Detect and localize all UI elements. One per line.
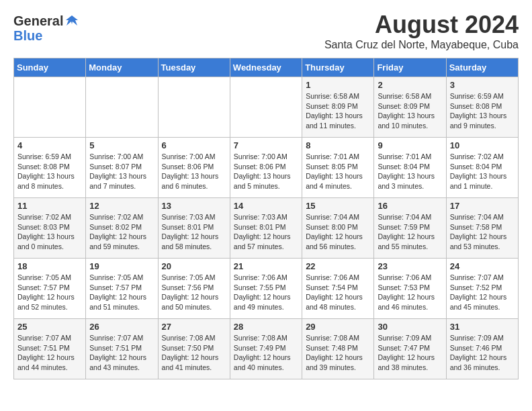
calendar-cell: 27Sunrise: 7:08 AM Sunset: 7:50 PM Dayli… [158,319,230,379]
week-row-2: 4Sunrise: 6:59 AM Sunset: 8:08 PM Daylig… [14,138,519,198]
header: General Blue August 2024 Santa Cruz del … [13,11,519,51]
calendar-cell: 10Sunrise: 7:02 AM Sunset: 8:04 PM Dayli… [446,138,518,198]
day-info: Sunrise: 7:05 AM Sunset: 7:57 PM Dayligh… [89,273,154,312]
day-number: 1 [306,80,370,90]
calendar-cell: 18Sunrise: 7:05 AM Sunset: 7:57 PM Dayli… [14,259,86,319]
subtitle: Santa Cruz del Norte, Mayabeque, Cuba [324,39,519,51]
day-number: 5 [89,140,154,150]
day-number: 8 [306,140,370,150]
day-number: 24 [450,261,515,271]
day-number: 9 [378,140,442,150]
day-info: Sunrise: 7:05 AM Sunset: 7:57 PM Dayligh… [17,273,82,312]
calendar-cell: 11Sunrise: 7:02 AM Sunset: 8:03 PM Dayli… [14,198,86,259]
day-info: Sunrise: 7:04 AM Sunset: 7:59 PM Dayligh… [378,212,442,252]
title-area: August 2024 Santa Cruz del Norte, Mayabe… [324,11,519,51]
day-number: 17 [450,201,515,211]
calendar: SundayMondayTuesdayWednesdayThursdayFrid… [13,58,519,379]
week-row-4: 18Sunrise: 7:05 AM Sunset: 7:57 PM Dayli… [14,259,519,319]
calendar-cell: 17Sunrise: 7:04 AM Sunset: 7:58 PM Dayli… [446,198,518,259]
calendar-cell: 2Sunrise: 6:58 AM Sunset: 8:09 PM Daylig… [374,77,446,138]
week-row-1: 1Sunrise: 6:58 AM Sunset: 8:09 PM Daylig… [14,77,519,138]
day-info: Sunrise: 7:08 AM Sunset: 7:49 PM Dayligh… [234,333,298,373]
calendar-cell: 22Sunrise: 7:06 AM Sunset: 7:54 PM Dayli… [302,259,374,319]
day-number: 20 [162,261,226,271]
day-info: Sunrise: 6:59 AM Sunset: 8:08 PM Dayligh… [450,91,515,131]
calendar-cell: 30Sunrise: 7:09 AM Sunset: 7:47 PM Dayli… [374,319,446,379]
day-info: Sunrise: 6:58 AM Sunset: 8:09 PM Dayligh… [378,91,442,131]
calendar-cell: 8Sunrise: 7:01 AM Sunset: 8:05 PM Daylig… [302,138,374,198]
day-info: Sunrise: 7:04 AM Sunset: 7:58 PM Dayligh… [450,212,515,252]
calendar-cell: 26Sunrise: 7:07 AM Sunset: 7:51 PM Dayli… [86,319,158,379]
day-number: 3 [450,80,515,90]
calendar-cell: 19Sunrise: 7:05 AM Sunset: 7:57 PM Dayli… [86,259,158,319]
day-number: 28 [234,322,298,332]
day-info: Sunrise: 7:07 AM Sunset: 7:51 PM Dayligh… [17,333,82,373]
day-info: Sunrise: 7:02 AM Sunset: 8:04 PM Dayligh… [450,152,515,191]
day-number: 21 [234,261,298,271]
day-number: 27 [162,322,226,332]
weekday-header-saturday: Saturday [446,58,518,77]
day-number: 14 [234,201,298,211]
day-number: 15 [306,201,370,211]
day-info: Sunrise: 7:08 AM Sunset: 7:50 PM Dayligh… [162,333,226,373]
calendar-cell: 24Sunrise: 7:07 AM Sunset: 7:52 PM Dayli… [446,259,518,319]
logo-blue-text: Blue [13,29,42,42]
day-info: Sunrise: 7:04 AM Sunset: 8:00 PM Dayligh… [306,212,370,252]
day-number: 4 [17,140,82,150]
day-info: Sunrise: 7:01 AM Sunset: 8:05 PM Dayligh… [306,152,370,191]
main-title: August 2024 [324,11,519,39]
week-row-5: 25Sunrise: 7:07 AM Sunset: 7:51 PM Dayli… [14,319,519,379]
day-number: 12 [89,201,154,211]
calendar-cell [14,77,86,138]
calendar-cell: 5Sunrise: 7:00 AM Sunset: 8:07 PM Daylig… [86,138,158,198]
calendar-cell: 9Sunrise: 7:01 AM Sunset: 8:04 PM Daylig… [374,138,446,198]
svg-marker-0 [66,15,78,26]
day-number: 11 [17,201,82,211]
day-info: Sunrise: 7:07 AM Sunset: 7:52 PM Dayligh… [450,273,515,312]
day-info: Sunrise: 7:01 AM Sunset: 8:04 PM Dayligh… [378,152,442,191]
day-number: 10 [450,140,515,150]
day-info: Sunrise: 7:02 AM Sunset: 8:03 PM Dayligh… [17,212,82,252]
calendar-cell [158,77,230,138]
day-info: Sunrise: 7:00 AM Sunset: 8:06 PM Dayligh… [162,152,226,191]
logo-general-text: General [13,14,63,28]
calendar-cell: 15Sunrise: 7:04 AM Sunset: 8:00 PM Dayli… [302,198,374,259]
day-info: Sunrise: 7:02 AM Sunset: 8:02 PM Dayligh… [89,212,154,252]
day-info: Sunrise: 7:06 AM Sunset: 7:55 PM Dayligh… [234,273,298,312]
day-number: 7 [234,140,298,150]
calendar-cell: 4Sunrise: 6:59 AM Sunset: 8:08 PM Daylig… [14,138,86,198]
day-info: Sunrise: 7:06 AM Sunset: 7:53 PM Dayligh… [378,273,442,312]
day-info: Sunrise: 6:59 AM Sunset: 8:08 PM Dayligh… [17,152,82,191]
calendar-cell: 7Sunrise: 7:00 AM Sunset: 8:06 PM Daylig… [230,138,302,198]
day-number: 2 [378,80,442,90]
weekday-header-row: SundayMondayTuesdayWednesdayThursdayFrid… [14,58,519,77]
day-info: Sunrise: 7:00 AM Sunset: 8:07 PM Dayligh… [89,152,154,191]
weekday-header-thursday: Thursday [302,58,374,77]
day-info: Sunrise: 7:09 AM Sunset: 7:47 PM Dayligh… [378,333,442,373]
weekday-header-tuesday: Tuesday [158,58,230,77]
day-info: Sunrise: 7:00 AM Sunset: 8:06 PM Dayligh… [234,152,298,191]
day-info: Sunrise: 7:06 AM Sunset: 7:54 PM Dayligh… [306,273,370,312]
calendar-cell: 31Sunrise: 7:09 AM Sunset: 7:46 PM Dayli… [446,319,518,379]
weekday-header-wednesday: Wednesday [230,58,302,77]
calendar-cell: 21Sunrise: 7:06 AM Sunset: 7:55 PM Dayli… [230,259,302,319]
day-info: Sunrise: 7:05 AM Sunset: 7:56 PM Dayligh… [162,273,226,312]
day-info: Sunrise: 7:03 AM Sunset: 8:01 PM Dayligh… [162,212,226,252]
calendar-cell: 3Sunrise: 6:59 AM Sunset: 8:08 PM Daylig… [446,77,518,138]
calendar-cell: 13Sunrise: 7:03 AM Sunset: 8:01 PM Dayli… [158,198,230,259]
day-number: 13 [162,201,226,211]
calendar-cell: 6Sunrise: 7:00 AM Sunset: 8:06 PM Daylig… [158,138,230,198]
day-info: Sunrise: 6:58 AM Sunset: 8:09 PM Dayligh… [306,91,370,131]
day-number: 26 [89,322,154,332]
calendar-cell: 14Sunrise: 7:03 AM Sunset: 8:01 PM Dayli… [230,198,302,259]
day-number: 31 [450,322,515,332]
day-info: Sunrise: 7:09 AM Sunset: 7:46 PM Dayligh… [450,333,515,373]
weekday-header-sunday: Sunday [14,58,86,77]
day-number: 22 [306,261,370,271]
day-info: Sunrise: 7:03 AM Sunset: 8:01 PM Dayligh… [234,212,298,252]
calendar-cell [230,77,302,138]
calendar-cell: 20Sunrise: 7:05 AM Sunset: 7:56 PM Dayli… [158,259,230,319]
calendar-cell: 12Sunrise: 7:02 AM Sunset: 8:02 PM Dayli… [86,198,158,259]
weekday-header-friday: Friday [374,58,446,77]
week-row-3: 11Sunrise: 7:02 AM Sunset: 8:03 PM Dayli… [14,198,519,259]
